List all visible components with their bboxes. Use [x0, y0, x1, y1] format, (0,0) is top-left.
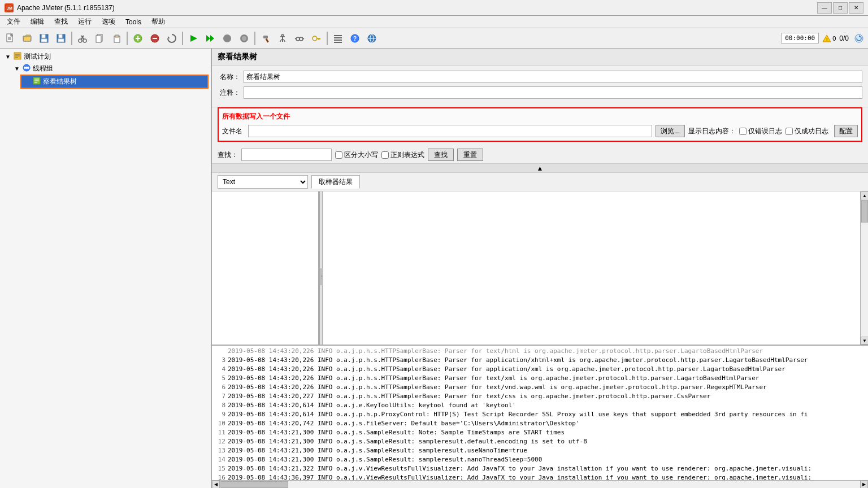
- search-row: 查找： 区分大小写 正则表达式 查找 重置: [212, 146, 868, 164]
- menu-options[interactable]: 选项: [97, 16, 120, 28]
- view-results-icon: [33, 77, 41, 86]
- right-results-panel: [323, 191, 860, 345]
- toolbar-list[interactable]: [330, 30, 346, 46]
- toolbar-cut[interactable]: [75, 30, 90, 46]
- case-sensitive-checkbox[interactable]: [335, 151, 342, 159]
- config-button[interactable]: 配置: [834, 125, 858, 137]
- toolbar-add[interactable]: [130, 30, 146, 46]
- minimize-button[interactable]: —: [817, 2, 832, 14]
- toolbar-question[interactable]: ?: [347, 30, 363, 46]
- toolbar-world[interactable]: [364, 30, 380, 46]
- log-line-num: 16: [214, 473, 225, 480]
- tree-toggle-test-plan[interactable]: ▼: [5, 54, 11, 60]
- hscroll-thumb[interactable]: [220, 481, 288, 488]
- tree-area: ▼ 测试计划 ▼ 线程组: [0, 49, 211, 488]
- toolbar-sep4: [254, 32, 255, 45]
- toolbar-run[interactable]: [185, 30, 201, 46]
- menu-tools[interactable]: Tools: [121, 17, 146, 27]
- success-only-checkbox[interactable]: [785, 128, 793, 135]
- right-scrollbar: ▲ ▼: [860, 191, 868, 345]
- toolbar-key[interactable]: [309, 30, 324, 46]
- collapse-handle[interactable]: ▲: [212, 164, 868, 173]
- find-button[interactable]: 查找: [428, 149, 454, 161]
- log-panel: 2019-05-08 14:43:20,226 INFO o.a.j.p.h.s…: [212, 345, 868, 480]
- reset-button[interactable]: 重置: [457, 149, 483, 161]
- menu-find[interactable]: 查找: [50, 16, 72, 28]
- success-only-label: 仅成功日志: [795, 127, 828, 136]
- menu-file[interactable]: 文件: [2, 16, 25, 28]
- toolbar-paste[interactable]: [108, 30, 124, 46]
- hscroll-left[interactable]: ◀: [212, 481, 220, 489]
- toolbar-open[interactable]: [19, 30, 35, 46]
- app-icon: JM: [5, 3, 14, 12]
- toolbar-stop[interactable]: [219, 30, 235, 46]
- tree-node-test-plan[interactable]: ▼ 测试计划: [2, 51, 209, 63]
- search-input[interactable]: [241, 149, 332, 161]
- errors-only-checkbox[interactable]: [739, 128, 747, 135]
- log-line: 15 2019-05-08 14:43:21,322 INFO o.a.j.v.…: [214, 464, 866, 473]
- log-line: 5 2019-05-08 14:43:20,226 INFO o.a.j.p.h…: [214, 374, 866, 383]
- svg-text:?: ?: [353, 36, 357, 42]
- svg-point-67: [27, 67, 29, 69]
- toolbar-refresh[interactable]: [852, 32, 866, 45]
- thread-group-icon: [23, 64, 31, 73]
- log-line: 8 2019-05-08 14:43:20,614 INFO o.a.j.e.K…: [214, 401, 866, 410]
- regex-checkbox[interactable]: [381, 151, 389, 159]
- log-line: 3 2019-05-08 14:43:20,226 INFO o.a.j.p.h…: [214, 356, 866, 365]
- log-line-text: 2019-05-08 14:43:21,300 INFO o.a.j.s.Sam…: [228, 437, 866, 446]
- sampler-result-tab[interactable]: 取样器结果: [311, 175, 360, 189]
- close-button[interactable]: ✕: [849, 2, 863, 14]
- view-dropdown[interactable]: Text HTML JSON XML RegExp Tester: [218, 175, 308, 189]
- menu-help[interactable]: 帮助: [147, 16, 170, 28]
- log-line-num: 12: [214, 437, 225, 446]
- toolbar-new[interactable]: [2, 30, 18, 46]
- menu-run[interactable]: 运行: [73, 16, 96, 28]
- tree-children-test-plan: ▼ 线程组 察看结果树: [2, 63, 209, 89]
- toolbar-remove[interactable]: [147, 30, 163, 46]
- menu-edit[interactable]: 编辑: [26, 16, 49, 28]
- warning-icon: !: [822, 34, 831, 43]
- svg-point-15: [79, 39, 82, 42]
- toolbar-sep1: [71, 32, 72, 45]
- log-line: 10 2019-05-08 14:43:20,742 INFO o.a.j.s.…: [214, 419, 866, 428]
- toolbar-clear[interactable]: [164, 30, 180, 46]
- tree-node-view-results[interactable]: 察看结果树: [20, 75, 209, 89]
- hscroll-right[interactable]: ▶: [860, 481, 868, 489]
- svg-marker-29: [210, 35, 214, 42]
- collapse-icon: ▲: [537, 164, 544, 172]
- comment-input[interactable]: [244, 86, 862, 99]
- toolbar-save-as[interactable]: +: [53, 30, 69, 46]
- log-line-num: 14: [214, 455, 225, 464]
- maximize-button[interactable]: □: [833, 2, 848, 14]
- svg-rect-8: [41, 39, 47, 42]
- log-line-text: 2019-05-08 14:43:20,614 INFO o.a.j.e.Key…: [228, 401, 866, 410]
- toolbar-glasses[interactable]: [292, 30, 307, 46]
- name-input[interactable]: [244, 71, 862, 83]
- log-line-text: 2019-05-08 14:43:21,300 INFO o.a.j.s.Sam…: [228, 446, 866, 455]
- tree-node-thread-group[interactable]: ▼ 线程组: [11, 63, 209, 75]
- log-line-num: 9: [214, 410, 225, 419]
- svg-text:!: !: [826, 37, 828, 42]
- scroll-down[interactable]: ▼: [861, 337, 868, 345]
- svg-point-32: [242, 36, 246, 41]
- left-results-panel: [212, 191, 319, 345]
- toolbar-anchor[interactable]: [275, 30, 290, 46]
- svg-rect-49: [334, 40, 342, 41]
- scroll-thumb[interactable]: [861, 200, 868, 223]
- log-line: 9 2019-05-08 14:43:20,614 INFO o.a.j.p.h…: [214, 410, 866, 419]
- log-line-text: 2019-05-08 14:43:36,397 INFO o.a.j.v.Vie…: [228, 473, 866, 480]
- browse-button[interactable]: 浏览...: [656, 125, 685, 137]
- toolbar-copy[interactable]: [92, 30, 107, 46]
- svg-marker-26: [168, 36, 170, 38]
- toolbar-save[interactable]: [36, 30, 52, 46]
- toolbar-hammer[interactable]: [258, 30, 274, 46]
- svg-text:JM: JM: [7, 6, 12, 10]
- log-line-num: 15: [214, 464, 225, 473]
- log-line-text: 2019-05-08 14:43:20,226 INFO o.a.j.p.h.s…: [228, 347, 866, 356]
- toolbar-stop-all[interactable]: [236, 30, 252, 46]
- svg-marker-28: [206, 35, 210, 42]
- scroll-up[interactable]: ▲: [861, 191, 868, 199]
- toolbar-run-all[interactable]: [202, 30, 218, 46]
- file-input[interactable]: [248, 125, 652, 137]
- tree-toggle-thread-group[interactable]: ▼: [14, 66, 20, 72]
